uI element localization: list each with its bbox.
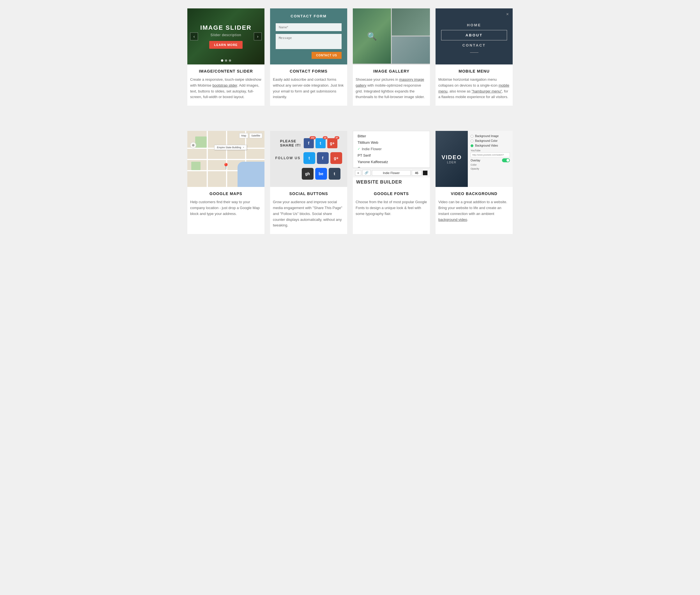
video-option-video-label: Background Video bbox=[475, 144, 498, 147]
radio-video-icon[interactable] bbox=[470, 144, 474, 147]
contact-name-input[interactable] bbox=[276, 23, 342, 31]
social-share-label: PLEASESHARE IT! bbox=[280, 139, 301, 147]
video-card-body: VIDEO BACKGROUND Video can be a great ad… bbox=[435, 187, 513, 228]
contact-card-body: CONTACT FORMS Easily add subscribe and c… bbox=[270, 64, 347, 106]
video-card-title: VIDEO BACKGROUND bbox=[438, 192, 510, 196]
video-preview-image: VIDEO LDER Background Image Background C… bbox=[435, 131, 513, 187]
contact-form-preview: CONTACT FORM CONTACT US bbox=[270, 8, 347, 64]
font-item-pt-serif[interactable]: PT Serif bbox=[353, 152, 430, 159]
map-road-v-2 bbox=[226, 131, 227, 187]
social-facebook-follow[interactable]: f bbox=[317, 152, 329, 164]
social-googleplus-follow[interactable]: g+ bbox=[330, 152, 342, 164]
mobile-menu-item-home[interactable]: HOME bbox=[441, 20, 507, 30]
social-github-follow[interactable]: gh bbox=[302, 168, 314, 180]
radio-image-icon[interactable] bbox=[470, 135, 474, 138]
slider-next-button[interactable]: › bbox=[254, 32, 262, 40]
mobile-close-icon[interactable]: × bbox=[506, 12, 509, 17]
map-label: Empire State Building bbox=[214, 145, 247, 150]
video-option-image-label: Background Image bbox=[475, 135, 499, 138]
slider-dot-3[interactable] bbox=[229, 59, 231, 62]
follow-label: FOLLOW US bbox=[275, 156, 301, 160]
slider-desc: Slider description bbox=[200, 33, 251, 37]
contact-submit-button[interactable]: CONTACT US bbox=[312, 52, 342, 59]
video-desc-1: Video can be a great addition to a websi… bbox=[438, 200, 507, 216]
slider-link-1[interactable]: bootstrap slider bbox=[212, 83, 237, 87]
video-option-color-label: Background Color bbox=[475, 139, 497, 142]
contact-message-input[interactable] bbox=[276, 34, 342, 49]
social-card-body: SOCIAL BUTTONS Grow your audience and im… bbox=[270, 187, 347, 234]
maps-card-body: GOOGLE MAPS Help customers find their wa… bbox=[187, 187, 265, 222]
map-satellite-button[interactable]: Satellite bbox=[249, 133, 262, 138]
font-item-bitter[interactable]: Bitter bbox=[353, 133, 430, 139]
font-item-oxygen[interactable]: Oxygen bbox=[353, 165, 430, 168]
video-option-color[interactable]: Background Color bbox=[470, 138, 510, 143]
video-link-1[interactable]: background video bbox=[438, 218, 467, 222]
slider-dot-2[interactable] bbox=[225, 59, 227, 62]
overlay-toggle[interactable] bbox=[502, 158, 510, 162]
radio-color-icon[interactable] bbox=[470, 140, 474, 142]
googleplus-count: 47 bbox=[334, 136, 339, 139]
mobile-menu-desc-1: Mobirise horizontal navigation menu coll… bbox=[438, 77, 499, 87]
card-social-buttons: PLEASESHARE IT! f 102 t 19 g+ bbox=[270, 131, 347, 234]
contact-card-title: CONTACT FORMS bbox=[273, 69, 344, 74]
gallery-cell-1: 🔍 bbox=[353, 8, 391, 64]
social-card-text: Grow your audience and improve social me… bbox=[273, 199, 344, 228]
card-image-gallery: 🔍 IMAGE GALLERY Showcase your pictures i… bbox=[353, 8, 430, 106]
facebook-count: 102 bbox=[309, 136, 316, 139]
video-preview: VIDEO LDER Background Image Background C… bbox=[435, 131, 513, 187]
video-options-panel: Background Image Background Color Backgr… bbox=[468, 131, 513, 187]
video-preview-left: VIDEO LDER bbox=[435, 131, 468, 187]
map-pin-icon: 📍 bbox=[222, 163, 230, 170]
fonts-size-input[interactable] bbox=[412, 170, 422, 176]
mobile-menu-card-body: MOBILE MENU Mobirise horizontal navigati… bbox=[435, 64, 513, 106]
slider-learn-more-button[interactable]: LEARN MORE bbox=[209, 41, 243, 49]
map-map-button[interactable]: Map bbox=[239, 133, 248, 138]
social-behance-follow[interactable]: be bbox=[315, 168, 327, 180]
fonts-main-text: WEBSITE BUILDER bbox=[353, 177, 430, 187]
maps-preview-image: Map Satellite ⊕ 📍 Empire State Building bbox=[187, 131, 265, 187]
gallery-cell-3 bbox=[392, 36, 430, 64]
social-card-title: SOCIAL BUTTONS bbox=[273, 192, 344, 196]
video-opacity-label: Opacity bbox=[470, 167, 510, 170]
fonts-preview-image: Bitter Titillium Web Indie Flower PT Ser… bbox=[353, 131, 430, 187]
fonts-color-swatch[interactable] bbox=[423, 170, 428, 175]
social-twitter-share[interactable]: t 19 bbox=[316, 138, 326, 148]
video-url-input[interactable] bbox=[470, 152, 510, 157]
mobile-menu-link-2[interactable]: "hamburger menu" bbox=[472, 89, 502, 93]
card-google-fonts: Bitter Titillium Web Indie Flower PT Ser… bbox=[353, 131, 430, 234]
slider-prev-button[interactable]: ‹ bbox=[190, 32, 198, 40]
section-gap bbox=[187, 120, 513, 131]
social-facebook-share[interactable]: f 102 bbox=[304, 138, 314, 148]
maps-preview: Map Satellite ⊕ 📍 Empire State Building bbox=[187, 131, 265, 187]
twitter-icon: t bbox=[320, 141, 321, 145]
twitter-follow-icon: t bbox=[308, 156, 310, 160]
slider-preview: IMAGE SLIDER Slider description LEARN MO… bbox=[187, 8, 265, 64]
map-controls: Map Satellite bbox=[239, 133, 262, 138]
slider-dot-1[interactable] bbox=[221, 59, 223, 62]
social-googleplus-share[interactable]: g+ 47 bbox=[327, 138, 338, 148]
video-subtext: LDER bbox=[447, 161, 456, 164]
font-item-yanone[interactable]: Yanone Kaffeesatz bbox=[353, 159, 430, 165]
font-item-indie[interactable]: Indie Flower bbox=[353, 146, 430, 152]
mobile-menu-preview-image: × HOME ABOUT CONTACT bbox=[435, 8, 513, 64]
video-option-video[interactable]: Background Video bbox=[470, 143, 510, 148]
tumblr-icon: t bbox=[334, 172, 335, 176]
slider-content: IMAGE SLIDER Slider description LEARN MO… bbox=[200, 24, 251, 49]
social-twitter-follow[interactable]: t bbox=[303, 152, 315, 164]
twitter-count: 19 bbox=[323, 136, 328, 139]
gallery-search-icon: 🔍 bbox=[367, 31, 377, 40]
gallery-card-text: Showcase your pictures in masonry image … bbox=[356, 77, 427, 100]
gallery-desc-1: Showcase your pictures in bbox=[356, 77, 399, 82]
fonts-align-left-button[interactable]: ≡ bbox=[355, 170, 361, 176]
card-google-maps: Map Satellite ⊕ 📍 Empire State Building … bbox=[187, 131, 265, 234]
slider-preview-image: IMAGE SLIDER Slider description LEARN MO… bbox=[187, 8, 265, 64]
social-tumblr-follow[interactable]: t bbox=[329, 168, 341, 180]
map-park-2 bbox=[191, 162, 200, 170]
font-item-titillium[interactable]: Titillium Web bbox=[353, 139, 430, 146]
mobile-menu-item-contact[interactable]: CONTACT bbox=[441, 40, 507, 50]
fonts-link-button[interactable]: 🔗 bbox=[362, 170, 371, 176]
video-option-image[interactable]: Background Image bbox=[470, 134, 510, 138]
mobile-menu-item-about[interactable]: ABOUT bbox=[441, 30, 507, 40]
slider-title: IMAGE SLIDER bbox=[200, 24, 251, 31]
video-text: VIDEO bbox=[441, 154, 462, 161]
